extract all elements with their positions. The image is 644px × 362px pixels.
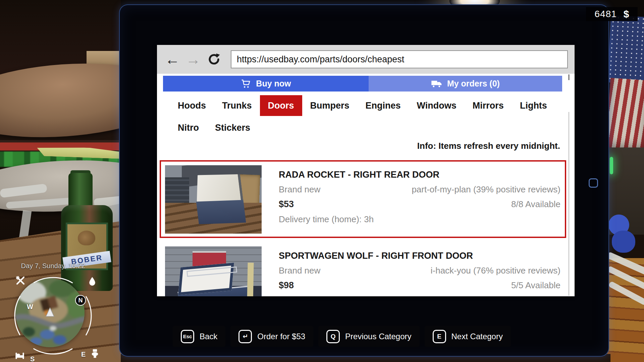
next-category-button[interactable]: E Next Category (425, 326, 511, 347)
e-key-icon: E (433, 330, 446, 343)
scrollbar-thumb[interactable] (568, 74, 570, 80)
game-clock: Day 7, Sunday, 16:22 (11, 262, 95, 270)
compass-south: S (30, 355, 35, 362)
category-hoods[interactable]: Hoods (170, 95, 214, 116)
tablet-device: ← → https://usedbay.com/parts/doors/chea… (119, 4, 609, 357)
category-trunks[interactable]: Trunks (214, 95, 260, 116)
status-ring (11, 274, 95, 357)
category-doors-selected[interactable]: Doors (260, 95, 302, 116)
listing-condition: Brand new (279, 265, 320, 276)
compass-north: N (75, 295, 86, 306)
listing-title: SPORTWAGEN WOLF - RIGHT FRONT DOOR (279, 251, 560, 261)
listing-seller: part-of-my-plan (39% positive reviews) (412, 184, 560, 195)
category-windows[interactable]: Windows (409, 95, 465, 116)
listing-thumbnail (165, 165, 262, 234)
listing-price: $53 (279, 199, 294, 209)
info-banner: Info: Items refresh every midnight. (157, 141, 560, 151)
category-mirrors[interactable]: Mirrors (465, 95, 512, 116)
tab-buy-now[interactable]: Buy now (163, 76, 369, 92)
esc-key-icon: Esc (181, 330, 194, 343)
order-button[interactable]: ↵ Order for $53 (230, 326, 313, 347)
compass-west: W (27, 303, 33, 311)
listing-row[interactable]: SPORTWAGEN WOLF - RIGHT FRONT DOOR Brand… (160, 241, 566, 296)
american-flag-decoration (607, 15, 644, 84)
category-stickers[interactable]: Stickers (207, 117, 258, 138)
minimap: Day 7, Sunday, 16:22 (11, 261, 95, 362)
car-door-image (193, 170, 246, 226)
listing-condition: Brand new (279, 184, 320, 195)
url-text: https://usedbay.com/parts/doors/cheapest (237, 54, 404, 65)
category-tabs-row-2: Nitro Stickers (170, 117, 562, 138)
listing-title: RADA ROCKET - RIGHT REAR DOOR (279, 170, 560, 180)
address-bar[interactable]: https://usedbay.com/parts/doors/cheapest (231, 50, 568, 68)
american-flag-stripes (605, 78, 644, 158)
listing-price: $98 (279, 280, 294, 291)
listing-thumbnail (165, 246, 262, 296)
money-counter: 6481 $ (586, 7, 638, 21)
green-neon-decoration (610, 157, 613, 174)
compass-east: E (81, 351, 86, 358)
truck-icon (431, 79, 442, 89)
category-engines[interactable]: Engines (358, 95, 409, 116)
listing-availability: 8/8 Available (511, 199, 560, 209)
forward-arrow-icon: → (184, 52, 202, 67)
listing-row-selected[interactable]: RADA ROCKET - RIGHT REAR DOOR Brand new … (160, 160, 566, 238)
toilet-icon (90, 349, 100, 359)
tab-my-orders[interactable]: My orders (0) (369, 76, 562, 92)
previous-category-button[interactable]: Q Previous Category (318, 326, 419, 347)
money-amount: 6481 (595, 9, 617, 19)
listing-delivery: Delivery time (home): 3h (279, 214, 374, 225)
refresh-icon[interactable] (205, 51, 223, 68)
page-content: Buy now My orders (0) Hoods Trunks Doors (157, 74, 575, 296)
beaver-illustration (78, 231, 95, 245)
category-tabs-row-1: Hoods Trunks Doors Bumpers Engines Windo… (170, 95, 562, 116)
sleep-icon (15, 351, 25, 361)
listing-seller: i-hack-you (76% positive reviews) (431, 265, 560, 276)
back-button[interactable]: Esc Back (173, 326, 225, 347)
enter-key-icon: ↵ (238, 330, 252, 343)
currency-icon: $ (624, 8, 629, 20)
category-lights[interactable]: Lights (512, 95, 555, 116)
browser-toolbar: ← → https://usedbay.com/parts/doors/chea… (157, 45, 575, 74)
tab-buy-now-label: Buy now (256, 79, 291, 88)
shop-tabs: Buy now My orders (0) (163, 76, 562, 92)
hunger-icon (15, 276, 25, 286)
category-nitro[interactable]: Nitro (170, 117, 207, 138)
plush-toy-decoration (612, 231, 635, 253)
browser-window: ← → https://usedbay.com/parts/doors/chea… (157, 45, 575, 296)
category-bumpers[interactable]: Bumpers (302, 95, 358, 116)
thirst-icon (87, 276, 97, 286)
listing-availability: 5/5 Available (511, 280, 560, 291)
scrollbar-track (569, 112, 569, 296)
q-key-icon: Q (326, 330, 340, 343)
cart-icon (240, 79, 251, 89)
tab-my-orders-label: My orders (0) (447, 79, 500, 88)
car-door-image (177, 261, 253, 296)
back-arrow-icon[interactable]: ← (164, 52, 181, 67)
listing-delivery: Delivery time (home): (279, 295, 362, 296)
hotkey-bar: Esc Back ↵ Order for $53 Q Previous Cate… (173, 326, 511, 347)
tablet-home-button[interactable] (589, 178, 598, 188)
